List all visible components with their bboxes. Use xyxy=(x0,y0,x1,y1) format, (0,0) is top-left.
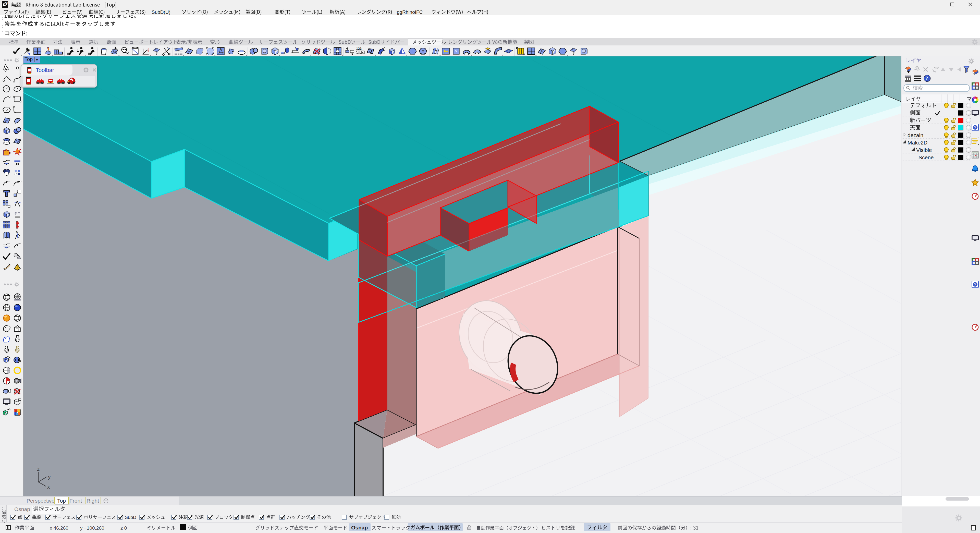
svg-text:?: ? xyxy=(974,283,976,287)
svg-text:?: ? xyxy=(926,76,928,81)
svg-text:123: 123 xyxy=(356,47,362,51)
svg-text:y: y xyxy=(48,474,51,480)
svg-text:8: 8 xyxy=(6,2,8,4)
svg-text:x: x xyxy=(47,484,50,490)
svg-text:?: ? xyxy=(974,126,976,130)
svg-text:z: z xyxy=(37,466,40,472)
